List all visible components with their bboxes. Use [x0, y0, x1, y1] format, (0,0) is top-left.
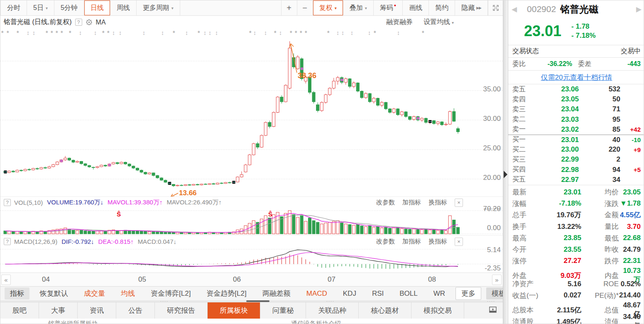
event-marker-icon[interactable]: ↕: [397, 29, 400, 36]
event-marker-icon[interactable]: *: [69, 29, 71, 36]
event-marker-icon[interactable]: ↕: [208, 29, 211, 36]
volume-chart[interactable]: [0, 208, 503, 235]
event-marker-icon[interactable]: ↕: [27, 29, 29, 36]
event-marker-icon[interactable]: ↕: [279, 29, 282, 36]
next-stock-button[interactable]: ▶: [636, 5, 642, 14]
event-marker-icon[interactable]: ↕: [215, 29, 218, 36]
help-icon[interactable]: ?: [75, 19, 82, 26]
tab-2[interactable]: 资讯: [78, 302, 116, 319]
tool-button-2[interactable]: 筹码●: [373, 0, 402, 15]
order-book-row[interactable]: 买一23.0140-10: [508, 135, 644, 145]
order-book-row[interactable]: 卖三23.0471: [508, 104, 644, 114]
event-marker-icon[interactable]: *: [1, 29, 3, 36]
event-marker-icon[interactable]: ↕: [341, 29, 344, 36]
tool-button-1[interactable]: 叠加▾: [343, 0, 373, 15]
zoom-in-button[interactable]: +: [281, 0, 297, 15]
tab-4[interactable]: 研究报告: [155, 302, 208, 319]
indicator-item-4[interactable]: 资金博弈[L2]: [145, 287, 196, 299]
indicator-item-12[interactable]: 更多: [455, 287, 481, 300]
order-book-row[interactable]: 卖二23.0395: [508, 115, 644, 125]
indicator-item-5[interactable]: 资金趋势[L2]: [201, 287, 252, 299]
period-button-3[interactable]: 日线: [84, 0, 110, 15]
event-marker-icon[interactable]: ↕: [161, 29, 164, 36]
event-marker-icon[interactable]: ↕: [142, 29, 145, 36]
order-book-row[interactable]: 卖一23.0285+42: [508, 125, 644, 135]
event-marker-icon[interactable]: *: [327, 29, 329, 36]
indicator-item-11[interactable]: WR: [428, 288, 451, 299]
event-marker-icon[interactable]: *: [107, 29, 109, 36]
gear-icon[interactable]: [86, 19, 93, 26]
order-book-row[interactable]: 买四22.9894+5: [508, 165, 644, 175]
indicator-item-9[interactable]: RSI: [367, 288, 389, 299]
close-icon[interactable]: ×: [455, 238, 463, 246]
event-marker-icon[interactable]: *: [249, 29, 251, 36]
tab-1[interactable]: 大事: [39, 302, 78, 319]
event-marker-icon[interactable]: *: [198, 29, 200, 36]
event-marker-icon[interactable]: ↕: [350, 29, 353, 36]
tab-0[interactable]: 股吧: [0, 302, 39, 319]
event-marker-icon[interactable]: ↕: [94, 29, 97, 36]
switch-indicator-button[interactable]: 换指标: [429, 199, 447, 206]
event-marker-icon[interactable]: ↕: [32, 29, 35, 36]
tab-7[interactable]: 关联品种: [306, 302, 359, 319]
event-marker-icon[interactable]: ↕: [119, 29, 122, 36]
indicator-item-10[interactable]: BOLL: [394, 288, 423, 299]
period-button-0[interactable]: 分时: [0, 0, 27, 15]
order-book-row[interactable]: 买二23.00220+9: [508, 145, 644, 155]
order-book-row[interactable]: 买五22.9734: [508, 175, 644, 185]
event-marker-icon[interactable]: *: [61, 29, 63, 36]
event-marker-icon[interactable]: *: [295, 29, 297, 36]
event-marker-icon[interactable]: ↕: [253, 29, 256, 36]
period-button-1[interactable]: 5日▾: [27, 0, 54, 15]
indicator-item-2[interactable]: 成交量: [78, 287, 110, 299]
indicator-item-1[interactable]: 恢复默认: [34, 287, 73, 299]
event-marker-icon[interactable]: ↕: [185, 29, 188, 36]
indicator-item-0[interactable]: 指标: [5, 287, 29, 299]
indicator-item-6[interactable]: 两融差额: [257, 287, 296, 299]
fullscreen-button[interactable]: [488, 0, 503, 15]
close-icon[interactable]: ×: [455, 199, 463, 207]
margin-trading-link[interactable]: 融资融券: [386, 18, 413, 27]
scroll-right-button[interactable]: »: [492, 275, 502, 285]
order-book-row[interactable]: 卖五23.06532: [508, 84, 644, 94]
event-marker-icon[interactable]: *: [51, 29, 53, 36]
event-marker-icon[interactable]: *: [56, 29, 58, 36]
order-book-row[interactable]: 买三22.992: [508, 155, 644, 164]
level2-promo-link[interactable]: 仅需20元查看十档行情: [541, 73, 612, 82]
tab-8[interactable]: 核心题材: [359, 302, 411, 319]
event-marker-icon[interactable]: *: [422, 29, 424, 36]
tool-button-3[interactable]: 画线: [402, 0, 429, 15]
help-icon[interactable]: ?: [4, 238, 11, 245]
period-button-5[interactable]: 更多周期▾: [136, 0, 180, 15]
scroll-left-button[interactable]: «: [1, 275, 11, 285]
tool-button-0[interactable]: 复权▾: [313, 0, 343, 15]
event-marker-icon[interactable]: ↕: [203, 29, 206, 36]
event-marker-icon[interactable]: ↕: [264, 29, 267, 36]
event-marker-icon[interactable]: ↕: [112, 29, 115, 36]
period-button-4[interactable]: 周线: [110, 0, 136, 15]
indicator-item-7[interactable]: MACD: [301, 288, 333, 299]
collapse-panel-arrow[interactable]: [504, 171, 507, 178]
tab-3[interactable]: 公告: [116, 302, 155, 319]
period-button-2[interactable]: 5分钟: [54, 0, 84, 15]
event-marker-icon[interactable]: *: [46, 29, 48, 36]
event-marker-icon[interactable]: *: [102, 29, 104, 36]
order-book-row[interactable]: 卖四23.0550: [508, 94, 644, 104]
event-marker-icon[interactable]: *: [17, 29, 19, 36]
indicator-item-8[interactable]: KDJ: [338, 288, 362, 299]
ma-settings-button[interactable]: 设置均线▾: [424, 18, 454, 27]
event-marker-icon[interactable]: *: [374, 29, 376, 36]
macd-chart[interactable]: [0, 248, 503, 272]
candlestick-chart[interactable]: ***↕↕*****↕↕**↕↕↕↕*↕*↕↕↕*↕↕*↕*****↕↕↕↕*↕…: [0, 29, 503, 196]
switch-indicator-button[interactable]: 换指标: [429, 238, 447, 245]
event-marker-icon[interactable]: ↕: [368, 29, 371, 36]
change-params-button[interactable]: 改参数: [376, 238, 395, 245]
tab-9[interactable]: 模拟交易: [411, 302, 464, 319]
zoom-out-button[interactable]: −: [297, 0, 313, 15]
event-marker-icon[interactable]: ↕: [336, 29, 339, 36]
add-indicator-button[interactable]: 加指标: [402, 238, 421, 245]
tab-6[interactable]: 问董秘: [260, 302, 306, 319]
event-marker-icon[interactable]: *: [290, 29, 292, 36]
change-params-button[interactable]: 改参数: [376, 199, 395, 206]
event-marker-icon[interactable]: *: [173, 29, 175, 36]
